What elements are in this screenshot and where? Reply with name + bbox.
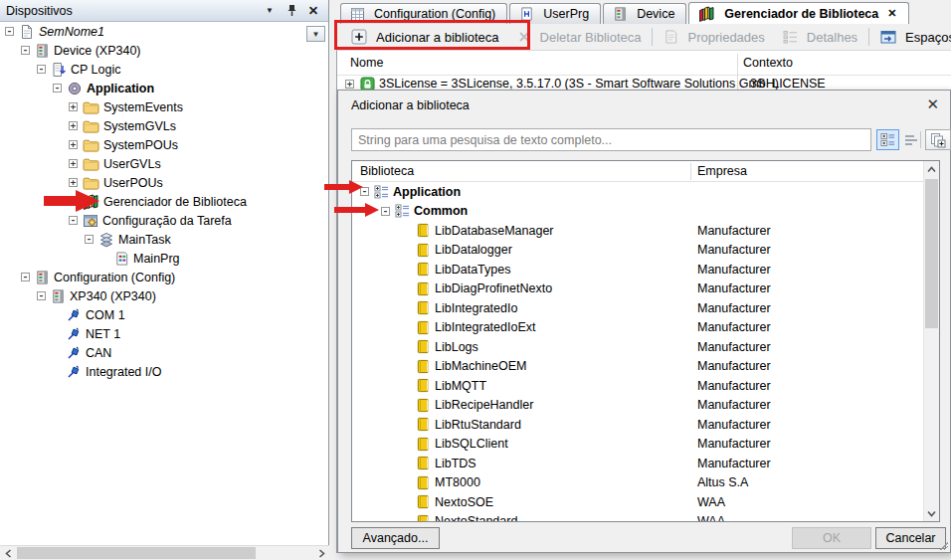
picker-item-libtds[interactable]: LibTDSManufacturer	[352, 454, 923, 473]
tree-item-label: SemNome1	[39, 25, 104, 39]
picker-item-label: LibMachineOEM	[435, 359, 526, 373]
picker-item-nextosoe[interactable]: NextoSOEWAA	[352, 492, 923, 512]
picker-item-librtustandard[interactable]: LibRtuStandardManufacturer	[352, 415, 923, 435]
cancel-button[interactable]: Cancelar	[875, 527, 946, 549]
toolbar-button-espa-os-reservados[interactable]: Espaços Reservados	[871, 25, 951, 49]
expander-minus-icon[interactable]: -	[21, 273, 30, 281]
picker-vertical-scrollbar[interactable]	[923, 161, 939, 521]
tab-device[interactable]: Device	[603, 3, 686, 24]
expander-minus-icon[interactable]: -	[5, 27, 14, 36]
add-placeholder-icon[interactable]	[925, 129, 951, 150]
picker-item-liblogs[interactable]: LibLogsManufacturer	[352, 337, 923, 357]
scroll-right-icon[interactable]	[313, 546, 329, 560]
picker-item-common[interactable]: -Common	[352, 202, 923, 222]
tab-close-icon[interactable]: ✕	[887, 7, 896, 20]
tab-label: Configuration (Config)	[374, 7, 495, 21]
scrollbar-thumb[interactable]	[925, 179, 938, 328]
picker-item-libdatatypes[interactable]: LibDataTypesManufacturer	[352, 260, 923, 280]
picker-item-label: LibDatabaseManager	[435, 224, 554, 238]
expander-minus-icon[interactable]: -	[381, 207, 390, 216]
tree-item-maintask[interactable]: -MainTask	[0, 230, 328, 249]
book-icon	[416, 359, 431, 374]
expander-minus-icon[interactable]: -	[37, 291, 46, 300]
tree-item-label: NET 1	[86, 327, 120, 341]
scroll-up-icon[interactable]	[924, 161, 939, 177]
tree-item-systempous[interactable]: +SystemPOUs	[0, 135, 328, 154]
panel-dropdown-icon[interactable]: ▼	[261, 3, 279, 19]
toolbar-button-detalhes[interactable]: Detalhes	[774, 25, 866, 49]
application-icon	[67, 81, 83, 96]
tab-gerenciador-de-biblioteca[interactable]: Gerenciador de Biblioteca✕	[688, 2, 908, 24]
tree-item-label: Configuração da Tarefa	[102, 214, 232, 228]
dialog-close-icon[interactable]: ✕	[926, 95, 939, 113]
scrollbar-thumb[interactable]	[17, 547, 256, 559]
tree-view-toggle[interactable]	[876, 129, 899, 150]
expander-plus-icon[interactable]: +	[69, 159, 78, 168]
devices-panel-title: Dispositivos	[6, 4, 257, 18]
panel-close-icon[interactable]: ✕	[304, 3, 322, 19]
pin-icon[interactable]	[283, 3, 300, 19]
tree-item-can[interactable]: CAN	[0, 343, 328, 362]
expander-plus-icon[interactable]: +	[69, 102, 78, 111]
tree-item-systemgvls[interactable]: +SystemGVLs	[0, 116, 328, 135]
expander-plus-icon[interactable]: +	[69, 140, 78, 149]
book-icon	[416, 417, 431, 432]
library-search-input[interactable]	[351, 128, 871, 151]
ok-button[interactable]: OK	[792, 527, 871, 549]
device-icon	[613, 6, 628, 22]
expander-plus-icon[interactable]: +	[345, 80, 354, 89]
book-icon	[416, 378, 431, 393]
expander-plus-icon[interactable]: +	[69, 121, 78, 130]
picker-item-mt8000[interactable]: MT8000Altus S.A	[352, 473, 923, 493]
tree-item-net-1[interactable]: NET 1	[0, 324, 328, 343]
column-contexto: Contexto	[743, 56, 793, 70]
tree-item-usergvls[interactable]: +UserGVLs	[0, 154, 328, 173]
picker-item-libintegratedioext[interactable]: LibIntegratedIoExtManufacturer	[352, 318, 923, 338]
expander-minus-icon[interactable]: -	[69, 216, 78, 225]
scroll-left-icon[interactable]	[0, 546, 16, 560]
panel-horizontal-scrollbar[interactable]	[0, 545, 329, 560]
picker-item-application[interactable]: -Application	[352, 182, 923, 202]
expander-minus-icon[interactable]: -	[21, 46, 30, 55]
tree-item-cp-logic[interactable]: -CP Logic	[0, 60, 328, 79]
tree-item-integrated-i-o[interactable]: Integrated I/O	[0, 362, 328, 381]
tree-item-semnome1[interactable]: -SemNome1	[0, 22, 328, 41]
task-icon	[98, 232, 114, 248]
tree-item-label: CAN	[86, 346, 111, 360]
tree-item-configura-o-da-tarefa[interactable]: -Configuração da Tarefa	[0, 211, 328, 230]
tree-item-label: UserGVLs	[103, 157, 161, 171]
picker-item-label: LibLogs	[435, 340, 478, 354]
picker-item-nextostandard[interactable]: NextoStandardWAA	[352, 512, 923, 522]
scroll-down-icon[interactable]	[924, 505, 939, 521]
tree-item-configuration-config[interactable]: -Configuration (Config)	[0, 268, 328, 286]
details-icon	[783, 30, 798, 44]
picker-item-libdiagprofinetnexto[interactable]: LibDiagProfinetNextoManufacturer	[352, 280, 923, 299]
tree-item-com-1[interactable]: COM 1	[0, 305, 328, 324]
tree-item-xp340-xp340[interactable]: -XP340 (XP340)	[0, 286, 328, 305]
tree-item-application[interactable]: -Application	[0, 79, 328, 97]
resize-grip[interactable]	[940, 542, 948, 550]
view-toolbar-separator	[920, 131, 921, 148]
expander-minus-icon[interactable]: -	[53, 84, 62, 93]
picker-item-libintegratedio[interactable]: LibIntegratedIoManufacturer	[352, 298, 923, 318]
picker-item-libdatabasemanager[interactable]: LibDatabaseManagerManufacturer	[352, 221, 923, 241]
port-icon	[67, 326, 82, 341]
expander-plus-icon[interactable]: +	[69, 178, 78, 187]
expander-minus-icon[interactable]: -	[37, 65, 46, 74]
toolbar-button-propriedades[interactable]: Propriedades	[655, 25, 773, 49]
picker-item-libmqtt[interactable]: LibMQTTManufacturer	[352, 376, 923, 396]
picker-item-librecipehandler[interactable]: LibRecipeHandlerManufacturer	[352, 396, 923, 416]
picker-item-libsqlclient[interactable]: LibSQLClientManufacturer	[352, 435, 923, 455]
tree-item-mainprg[interactable]: MainPrg	[0, 249, 328, 268]
flat-view-toggle[interactable]	[901, 129, 921, 150]
expander-minus-icon[interactable]: -	[85, 235, 94, 244]
tree-item-systemevents[interactable]: +SystemEvents	[0, 97, 328, 116]
tree-item-device-xp340[interactable]: -Device (XP340)	[0, 41, 328, 60]
tree-item-label: MainTask	[118, 233, 171, 247]
tree-filter-dropdown[interactable]: ▼	[306, 26, 325, 42]
picker-item-libmachineoem[interactable]: LibMachineOEMManufacturer	[352, 357, 923, 377]
library-picker-list: Biblioteca Empresa -Application-CommonLi…	[351, 160, 940, 522]
advanced-button[interactable]: Avançado...	[351, 527, 440, 549]
picker-item-libdatalogger[interactable]: LibDataloggerManufacturer	[352, 241, 923, 261]
toolbar-separator	[652, 28, 653, 46]
